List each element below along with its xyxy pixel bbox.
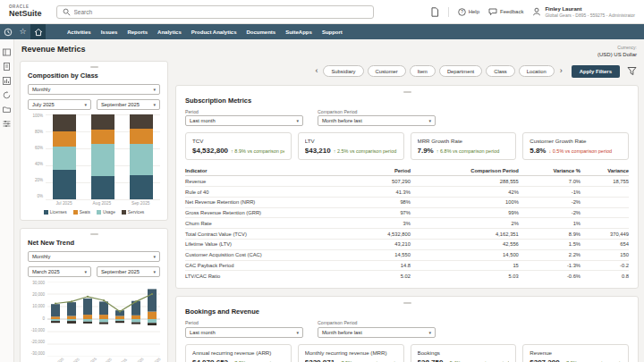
- nav-item-analytics[interactable]: Analytics: [157, 29, 182, 35]
- net-new-trend-card: Net New Trend Monthly▾ March 2025▾ Septe…: [20, 228, 168, 362]
- table-cell: 150: [580, 249, 629, 260]
- recent-records-clock-icon[interactable]: [0, 24, 15, 39]
- filter-pill-item[interactable]: Item: [410, 65, 436, 77]
- user-role: Global Gears - D895 - 559275 - Administr…: [545, 13, 635, 19]
- kpi-delta: ↑ 8.9% vs comparison period: [231, 148, 284, 154]
- y-tick-label: 20%: [35, 179, 43, 183]
- new-page-icon[interactable]: [430, 7, 439, 17]
- chevron-down-icon: ▾: [296, 118, 299, 123]
- panel-icon[interactable]: [3, 44, 11, 52]
- nav-item-support[interactable]: Support: [322, 29, 343, 35]
- nav-item-documents[interactable]: Documents: [247, 29, 276, 35]
- shortcuts-star-icon[interactable]: ☆: [15, 24, 30, 39]
- bar-segment-seats: [91, 130, 114, 144]
- comparison-period-label: Comparison Period: [318, 109, 436, 114]
- table-cell: -1%: [519, 187, 580, 198]
- bookings-period-select[interactable]: Last month▾: [185, 327, 303, 338]
- filter-pill-customer[interactable]: Customer: [368, 65, 406, 77]
- x-tick-label: Aug 2025: [93, 201, 112, 206]
- report-icon[interactable]: [3, 58, 11, 66]
- period-select[interactable]: Last month▾: [185, 115, 303, 126]
- kpi-delta: ↑ 6.8% vs comparison period: [436, 148, 500, 154]
- nav-item-issues[interactable]: Issues: [101, 29, 118, 35]
- refresh-icon[interactable]: [3, 87, 11, 95]
- table-header-cell: Period: [359, 166, 411, 176]
- user-menu[interactable]: Finley Laurant Global Gears - D895 - 559…: [532, 5, 635, 19]
- composition-from-month-select[interactable]: July 2025▾: [28, 99, 91, 110]
- table-cell: 41.3%: [359, 187, 411, 198]
- net-new-from-month-select[interactable]: March 2025▾: [28, 266, 91, 277]
- page-title: Revenue Metrics: [21, 45, 86, 54]
- divider: [448, 7, 449, 17]
- chevron-down-icon: ▾: [84, 102, 87, 107]
- home-icon[interactable]: [30, 24, 46, 39]
- kpi-label: Customer Growth Rate: [530, 138, 622, 144]
- kpi-value: $4,532,800: [192, 147, 228, 155]
- nav-item-product-analytics[interactable]: Product Analytics: [191, 29, 237, 35]
- chart-icon[interactable]: [3, 72, 11, 80]
- legend-swatch: [97, 210, 101, 215]
- filter-pill-class[interactable]: Class: [486, 65, 515, 77]
- kpi-card: Bookings$28,750↑ 5.4% vs comparison peri…: [411, 344, 517, 362]
- legend-item: Licenses: [44, 210, 67, 215]
- table-cell: Net Revenue Retention (NRR): [185, 197, 359, 207]
- filter-pill-department[interactable]: Department: [439, 65, 482, 77]
- bar-segment-licenses: [130, 175, 153, 199]
- netsuite-logo[interactable]: ORACLE NetSuite: [9, 5, 42, 19]
- scroll-right-icon[interactable]: ›: [558, 67, 564, 75]
- drag-handle-icon[interactable]: [403, 302, 411, 304]
- page-header: Revenue Metrics Currency: (USD) US Dolla…: [20, 43, 639, 61]
- table-cell: 2.2%: [519, 249, 580, 260]
- search-input[interactable]: [74, 9, 368, 15]
- legend-item: Seats: [73, 210, 90, 215]
- global-search[interactable]: [56, 5, 374, 19]
- net-new-to-month-select[interactable]: September 2025▾: [97, 266, 160, 277]
- nav-item-activities[interactable]: Activities: [67, 29, 91, 35]
- y-tick-label: -30,000: [31, 352, 45, 357]
- composition-frequency-select[interactable]: Monthly▾: [28, 84, 160, 95]
- table-cell: 288,555: [411, 176, 519, 187]
- table-row: Lifetime Value (LTV)43,21042,5561.5%654: [185, 240, 629, 250]
- period-label: Period: [185, 320, 303, 325]
- kpi-value: 5.8%: [530, 147, 546, 155]
- drag-handle-icon[interactable]: [90, 66, 98, 68]
- table-cell: 100%: [411, 197, 519, 207]
- table-header-row: IndicatorPeriodComparison PeriodVariance…: [185, 166, 629, 176]
- table-cell: CAC Payback Period: [185, 260, 359, 271]
- composition-to-month-select[interactable]: September 2025▾: [97, 99, 160, 110]
- feedback-button[interactable]: Feedback: [488, 8, 523, 16]
- bookings-comparison-select[interactable]: Month before last▾: [318, 327, 436, 338]
- panel-title: Bookings and Revenue: [185, 307, 629, 316]
- drag-handle-icon[interactable]: [90, 233, 98, 235]
- filter-pills: SubsidiaryCustomerItemDepartmentClassLoc…: [323, 65, 554, 77]
- apply-filters-button[interactable]: Apply Filters: [572, 65, 620, 78]
- table-cell: Rule of 40: [185, 187, 359, 198]
- net-new-frequency-select[interactable]: Monthly▾: [28, 251, 160, 262]
- table-head: IndicatorPeriodComparison PeriodVariance…: [185, 166, 629, 176]
- bar-segment-services: [91, 114, 114, 130]
- filter-pill-location[interactable]: Location: [519, 65, 555, 77]
- kpi-label: Bookings: [418, 349, 510, 356]
- comparison-period-select[interactable]: Month before last▾: [318, 115, 436, 126]
- nav-item-suiteapps[interactable]: SuiteApps: [285, 29, 312, 35]
- card-title: Composition by Class: [28, 72, 160, 80]
- folder-icon[interactable]: [3, 101, 11, 109]
- filter-funnel-icon[interactable]: [627, 66, 637, 76]
- table-header-cell: Variance: [580, 166, 629, 176]
- settings-sliders-icon[interactable]: [3, 115, 11, 123]
- card-title: Net New Trend: [28, 239, 160, 247]
- table-row: Gross Revenue Retention (GRR)97%99%-2%: [185, 207, 629, 218]
- x-tick-label: Sep 2025: [131, 201, 150, 206]
- table-header-cell: Variance %: [519, 166, 580, 176]
- filter-pill-subsidiary[interactable]: Subsidiary: [323, 65, 363, 77]
- table-cell: Customer Acquisition Cost (CAC): [185, 249, 359, 260]
- drag-handle-icon[interactable]: [403, 91, 411, 93]
- svg-text:?: ?: [461, 9, 463, 14]
- table-cell: 2%: [411, 218, 519, 229]
- help-button[interactable]: ? Help: [458, 8, 479, 16]
- y-tick-label: 20,000: [32, 293, 45, 298]
- scroll-left-icon[interactable]: ‹: [313, 67, 319, 75]
- nav-item-reports[interactable]: Reports: [127, 29, 148, 35]
- table-cell: 7.0%: [519, 176, 580, 187]
- table-cell: 8.9%: [519, 229, 580, 240]
